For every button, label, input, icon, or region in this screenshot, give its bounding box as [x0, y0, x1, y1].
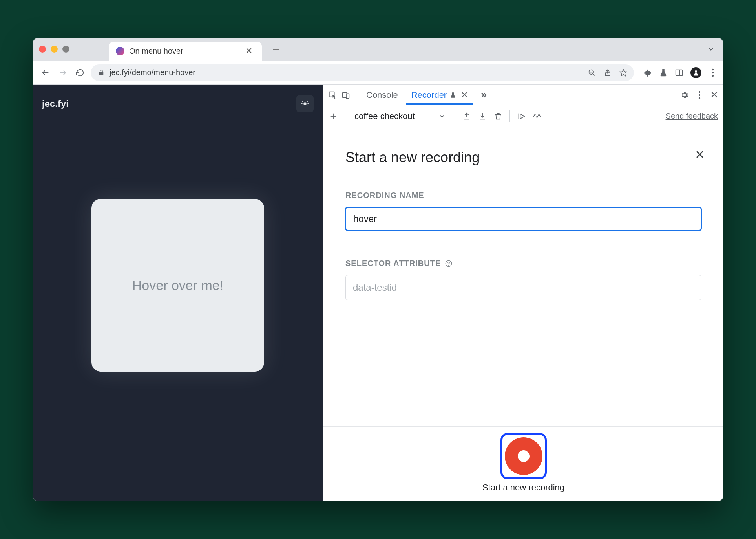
svg-point-37 [448, 265, 449, 266]
menu-icon[interactable] [709, 68, 717, 77]
close-devtools-icon[interactable]: ✕ [710, 91, 719, 99]
toolbar: jec.fyi/demo/menu-hover [33, 60, 723, 85]
close-tab-icon[interactable]: ✕ [461, 90, 468, 100]
window-controls [39, 46, 69, 53]
record-icon [518, 450, 530, 462]
flask-icon [450, 92, 456, 98]
recording-name-input[interactable] [345, 207, 701, 231]
export-icon[interactable] [462, 112, 471, 121]
recording-dropdown[interactable]: coffee checkout [352, 110, 448, 123]
svg-point-12 [712, 75, 714, 76]
extensions-icon[interactable] [643, 68, 652, 77]
maximize-window-button[interactable] [62, 46, 69, 53]
labs-icon[interactable] [659, 68, 668, 77]
divider [455, 110, 455, 122]
selector-attribute-input[interactable] [345, 275, 701, 300]
content-area: jec.fyi Hover over me! Console Recorder … [33, 85, 723, 501]
svg-rect-7 [676, 70, 683, 75]
recording-dropdown-label: coffee checkout [354, 111, 415, 121]
panel-title: Start a new recording [345, 149, 701, 166]
bookmark-icon[interactable] [619, 68, 628, 77]
minimize-window-button[interactable] [51, 46, 58, 53]
tab-recorder[interactable]: Recorder ✕ [406, 86, 473, 104]
svg-point-25 [699, 91, 700, 92]
more-tabs-icon[interactable] [479, 91, 488, 99]
record-footer: Start a new recording [323, 426, 723, 501]
titlebar: On menu hover ✕ ＋ [33, 38, 723, 60]
selector-attribute-label: SELECTOR ATTRIBUTE [345, 259, 701, 268]
close-panel-icon[interactable]: ✕ [695, 148, 705, 161]
reload-button[interactable] [73, 66, 87, 79]
forward-button[interactable] [56, 66, 69, 79]
tab-console[interactable]: Console [361, 86, 404, 104]
tab-recorder-label: Recorder [411, 90, 447, 100]
new-recording-panel: Start a new recording ✕ RECORDING NAME S… [323, 127, 723, 426]
share-icon[interactable] [603, 68, 612, 77]
svg-point-13 [303, 102, 306, 105]
svg-point-10 [712, 68, 714, 70]
send-feedback-link[interactable]: Send feedback [666, 112, 718, 121]
replay-icon[interactable] [517, 112, 526, 121]
selector-attribute-label-text: SELECTOR ATTRIBUTE [345, 259, 441, 268]
svg-point-9 [695, 70, 697, 73]
panel-icon[interactable] [675, 68, 683, 77]
help-icon[interactable] [445, 260, 453, 268]
performance-icon[interactable] [533, 112, 541, 121]
new-tab-button[interactable]: ＋ [267, 40, 285, 58]
site-brand[interactable]: jec.fyi [42, 98, 69, 109]
address-bar[interactable]: jec.fyi/demo/menu-hover [91, 64, 634, 81]
devtools-tabbar: Console Recorder ✕ ✕ [323, 85, 723, 105]
back-button[interactable] [39, 66, 52, 79]
svg-point-26 [699, 94, 700, 95]
new-recording-icon[interactable] [329, 112, 338, 121]
divider [509, 110, 510, 122]
divider [358, 89, 358, 101]
svg-point-11 [712, 72, 714, 73]
svg-point-35 [537, 116, 537, 117]
lock-icon [97, 68, 106, 77]
divider [345, 110, 345, 122]
page-header: jec.fyi [42, 95, 314, 112]
delete-icon[interactable] [494, 112, 502, 121]
close-tab-icon[interactable]: ✕ [243, 45, 255, 57]
recording-name-label: RECORDING NAME [345, 191, 701, 200]
svg-line-4 [593, 73, 595, 75]
devtools-panel: Console Recorder ✕ ✕ coffee checkout [323, 85, 723, 501]
browser-tab[interactable]: On menu hover ✕ [109, 42, 262, 60]
svg-line-21 [307, 101, 308, 102]
inspect-icon[interactable] [328, 91, 337, 99]
device-toggle-icon[interactable] [341, 91, 350, 99]
svg-line-18 [302, 101, 303, 102]
toolbar-actions [643, 67, 717, 78]
svg-marker-33 [520, 114, 524, 119]
svg-point-27 [699, 97, 700, 99]
omnibox-actions [588, 68, 628, 77]
profile-icon[interactable] [690, 67, 701, 78]
record-button-highlight [500, 433, 547, 479]
close-window-button[interactable] [39, 46, 46, 53]
page-viewport: jec.fyi Hover over me! [33, 85, 323, 501]
devtools-tabbar-right: ✕ [680, 91, 719, 99]
svg-marker-6 [620, 69, 627, 76]
record-button[interactable] [505, 437, 542, 475]
theme-toggle-button[interactable] [296, 95, 314, 112]
recorder-toolbar: coffee checkout Send feedback [323, 105, 723, 127]
tab-favicon [116, 47, 124, 55]
kebab-icon[interactable] [695, 91, 704, 99]
record-button-label: Start a new recording [482, 482, 564, 493]
url-text: jec.fyi/demo/menu-hover [110, 68, 195, 77]
zoom-out-icon[interactable] [588, 68, 596, 77]
tab-title: On menu hover [129, 47, 238, 56]
hover-card[interactable]: Hover over me! [91, 199, 264, 372]
settings-icon[interactable] [680, 91, 689, 99]
tabs-overflow-icon[interactable] [705, 43, 717, 55]
svg-line-20 [302, 106, 303, 106]
import-icon[interactable] [478, 112, 487, 121]
browser-window: On menu hover ✕ ＋ jec.fyi/demo/menu-hove… [33, 38, 723, 501]
hover-card-text: Hover over me! [132, 278, 223, 293]
svg-line-19 [307, 106, 308, 106]
